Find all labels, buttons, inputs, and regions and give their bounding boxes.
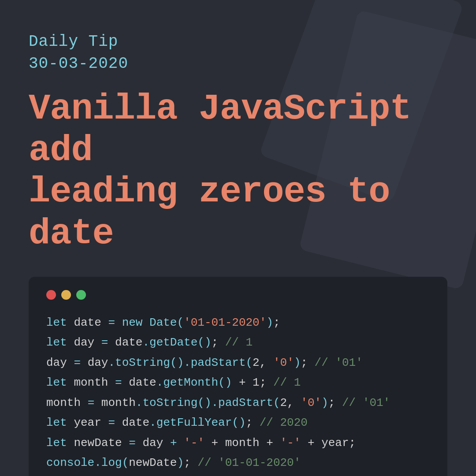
code-line-8: console.log(newDate); // '01-01-2020' [46, 453, 430, 473]
code-window: let date = new Date('01-01-2020'); let d… [29, 277, 447, 476]
code-line-1: let date = new Date('01-01-2020'); [46, 313, 430, 333]
code-line-3: day = day.toString().padStart(2, '0'); /… [46, 353, 430, 373]
daily-tip-header: Daily Tip 30-03-2020 [29, 31, 447, 75]
code-line-6: let year = date.getFullYear(); // 2020 [46, 413, 430, 433]
headline-line2: leading zeroes to date [29, 171, 390, 254]
headline-line1: Vanilla JavaScript add [29, 89, 411, 171]
dot-red [46, 290, 56, 300]
code-block: let date = new Date('01-01-2020'); let d… [46, 313, 430, 473]
dot-yellow [61, 290, 71, 300]
code-line-5: month = month.toString().padStart(2, '0'… [46, 393, 430, 413]
main-content: Daily Tip 30-03-2020 Vanilla JavaScript … [0, 0, 476, 476]
dot-green [76, 290, 86, 300]
date-label: 30-03-2020 [29, 55, 128, 73]
code-line-4: let month = date.getMonth() + 1; // 1 [46, 373, 430, 393]
window-controls [46, 290, 430, 300]
daily-tip-label: Daily Tip [29, 33, 118, 51]
code-line-2: let day = date.getDate(); // 1 [46, 333, 430, 353]
headline: Vanilla JavaScript add leading zeroes to… [29, 89, 447, 255]
code-line-7: let newDate = day + '-' + month + '-' + … [46, 433, 430, 454]
